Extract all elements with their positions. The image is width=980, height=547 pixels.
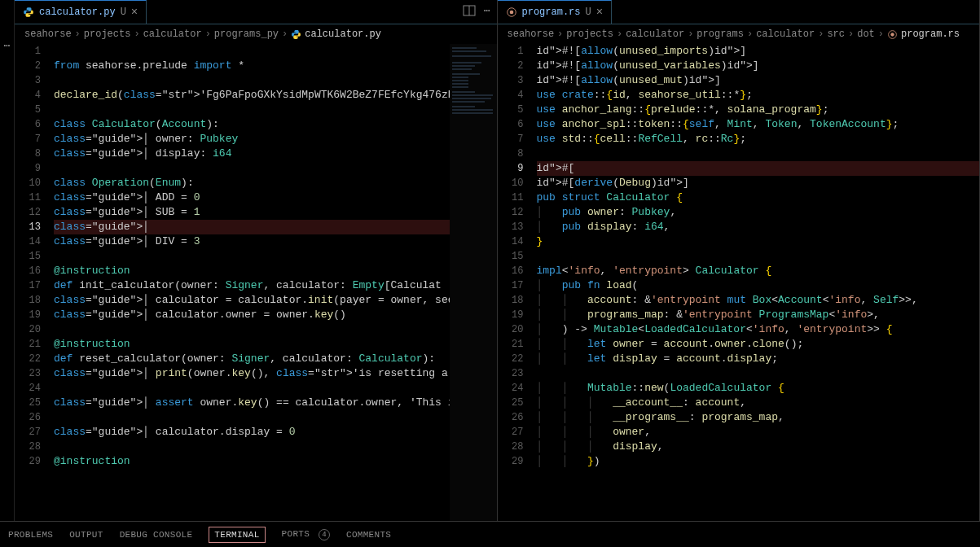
line-gutter: 1234567891011121314151617181920212223242… xyxy=(15,44,54,521)
split-editor-icon[interactable] xyxy=(463,4,476,20)
crumb[interactable]: program.rs xyxy=(901,28,960,40)
crumb[interactable]: programs xyxy=(697,28,744,40)
more-icon[interactable]: ⋯ xyxy=(4,39,11,52)
editor-pane-right: program.rs U × seahorse› projects› calcu… xyxy=(498,0,981,521)
line-gutter: 1234567891011121314151617181920212223242… xyxy=(498,44,537,521)
rust-icon xyxy=(506,7,517,18)
tab-label: program.rs xyxy=(522,7,581,18)
rust-icon xyxy=(887,29,898,40)
activity-bar: ⋯ xyxy=(0,0,15,521)
code-area[interactable]: 1234567891011121314151617181920212223242… xyxy=(498,44,980,521)
crumb[interactable]: programs_py xyxy=(214,28,279,40)
python-icon xyxy=(23,7,34,18)
panel-tab-output[interactable]: OUTPUT xyxy=(69,530,103,540)
panel-tab-comments[interactable]: COMMENTS xyxy=(346,530,391,540)
tab-calculator-py[interactable]: calculator.py U × xyxy=(15,0,147,24)
svg-point-5 xyxy=(890,33,894,36)
tab-status: U xyxy=(121,7,126,18)
tab-status: U xyxy=(586,7,591,18)
panel-tab-ports[interactable]: PORTS 4 xyxy=(282,529,330,540)
panel-tab-problems[interactable]: PROBLEMS xyxy=(8,530,53,540)
more-actions-icon[interactable]: ⋯ xyxy=(484,4,490,20)
editor-pane-left: calculator.py U × ⋯ seahorse› projects› … xyxy=(15,0,498,521)
tab-actions: ⋯ xyxy=(456,4,497,20)
crumb[interactable]: seahorse xyxy=(508,28,555,40)
crumb[interactable]: calculator xyxy=(756,28,815,40)
tab-bar: calculator.py U × ⋯ xyxy=(15,0,497,24)
code-area[interactable]: 1234567891011121314151617181920212223242… xyxy=(15,44,497,521)
minimap[interactable] xyxy=(450,44,497,521)
editor-area: ⋯ calculator.py U × ⋯ seahorse› projects… xyxy=(0,0,980,521)
crumb[interactable]: calculator xyxy=(143,28,202,40)
crumb[interactable]: projects xyxy=(84,28,131,40)
panel-tab-debug-console[interactable]: DEBUG CONSOLE xyxy=(120,530,193,540)
code-content[interactable]: id">#![allow(unused_imports)id">]id">#![… xyxy=(537,44,980,521)
tab-program-rs[interactable]: program.rs U × xyxy=(498,0,613,24)
breadcrumbs[interactable]: seahorse› projects› calculator› programs… xyxy=(15,24,497,44)
crumb[interactable]: src xyxy=(827,28,845,40)
tab-label: calculator.py xyxy=(39,7,116,18)
crumb[interactable]: calculator xyxy=(626,28,684,40)
crumb[interactable]: seahorse xyxy=(24,28,72,40)
ports-badge: 4 xyxy=(319,529,330,540)
panel-tab-label: PORTS xyxy=(282,529,310,539)
close-icon[interactable]: × xyxy=(131,6,138,19)
svg-point-3 xyxy=(509,11,513,15)
breadcrumbs[interactable]: seahorse› projects› calculator› programs… xyxy=(498,24,980,44)
code-content[interactable]: from seahorse.prelude import *declare_id… xyxy=(54,44,450,521)
panel-tab-terminal[interactable]: TERMINAL xyxy=(209,527,265,543)
tab-bar: program.rs U × xyxy=(498,0,980,24)
crumb[interactable]: projects xyxy=(566,28,613,40)
bottom-panel: PROBLEMS OUTPUT DEBUG CONSOLE TERMINAL P… xyxy=(0,521,980,547)
crumb[interactable]: dot xyxy=(857,28,875,40)
close-icon[interactable]: × xyxy=(596,6,603,19)
python-icon xyxy=(291,29,301,40)
crumb[interactable]: calculator.py xyxy=(305,28,381,40)
